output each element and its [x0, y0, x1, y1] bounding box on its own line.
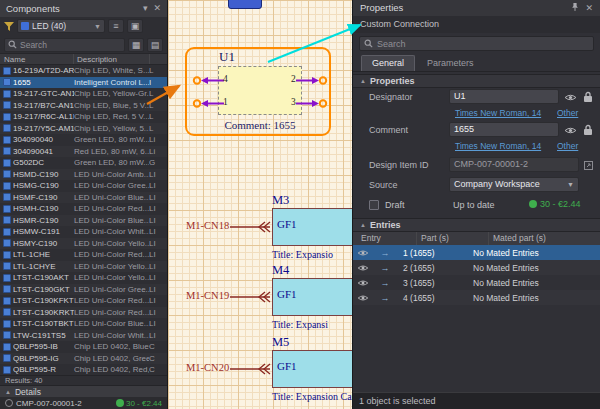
- comment-font-link[interactable]: Times New Roman, 14: [455, 141, 541, 151]
- comment-input[interactable]: 1655: [449, 122, 559, 137]
- component-row[interactable]: HSMH-C190 LED Uni-Color Red... LI: [0, 203, 167, 215]
- component-row[interactable]: HSMW-C191 LED Uni-Color Whit... LI: [0, 226, 167, 238]
- component-row[interactable]: 19-217/R6C-AL1M... Chip LED, Red, 5 V...…: [0, 111, 167, 123]
- component-row[interactable]: QBLP595-IG Chip LED 0402, Gree... C: [0, 353, 167, 365]
- panel-options-button[interactable]: ▣: [127, 19, 143, 33]
- component-row[interactable]: QBLP595-R Chip LED 0402, Red,... C: [0, 364, 167, 375]
- column-header-entry[interactable]: Entry: [353, 232, 417, 245]
- eye-icon[interactable]: [353, 249, 373, 257]
- panel-menu-button[interactable]: ≡: [108, 19, 124, 33]
- source-field-label: Source: [369, 180, 398, 190]
- lock-icon[interactable]: [581, 123, 595, 137]
- draft-checkbox[interactable]: [369, 200, 379, 210]
- components-search-input[interactable]: Search: [4, 38, 125, 52]
- goto-arrow-icon[interactable]: →: [373, 248, 397, 258]
- entry-row[interactable]: → 4 (1655) No Mated Entries: [353, 290, 600, 305]
- component-row[interactable]: 16-219A/T2D-AR2... Chip LED, White, S...…: [0, 65, 167, 77]
- component-row[interactable]: LTL-1CHE LED Uni-Color Red... LI: [0, 249, 167, 261]
- chevron-down-icon: ▼: [94, 23, 101, 30]
- goto-arrow-icon[interactable]: →: [373, 263, 397, 273]
- source-dropdown[interactable]: Company Workspace ▼: [449, 177, 579, 192]
- section-properties[interactable]: ▲ Properties: [353, 74, 600, 88]
- component-row[interactable]: HSMR-C190 LED Uni-Color Blue... LI: [0, 215, 167, 227]
- designator-other-link[interactable]: Other: [557, 108, 578, 118]
- lock-icon[interactable]: [581, 90, 595, 104]
- panel-menu-icon[interactable]: ▾: [143, 0, 148, 17]
- column-header-name[interactable]: Name: [0, 54, 74, 64]
- component-row[interactable]: 19-217/B7C-AN1P... Chip LED, Blue, 5 V..…: [0, 100, 167, 112]
- component-extra: C: [149, 365, 167, 374]
- schematic-canvas[interactable]: U1 4 1 2 3 Comment: 1655 M3 GF1 M: [168, 0, 352, 409]
- goto-arrow-icon[interactable]: →: [373, 278, 397, 288]
- close-icon[interactable]: ✕: [585, 0, 593, 16]
- entry-row[interactable]: → 3 (1655) No Mated Entries: [353, 275, 600, 290]
- component-row[interactable]: LTST-C190KFKT LED Uni-Color Red... LI: [0, 295, 167, 307]
- net-label[interactable]: M1-CN18: [186, 220, 229, 231]
- section-entries[interactable]: ▲ Entries: [353, 218, 600, 232]
- component-row[interactable]: 1655 Intelligent Control L... I: [0, 77, 167, 89]
- designator-font-link[interactable]: Times New Roman, 14: [455, 108, 541, 118]
- component-row[interactable]: 304090040 Green LED, 80 mW... Li: [0, 134, 167, 146]
- component-row[interactable]: LTST-C190AKT LED Uni-Color Yello... LI: [0, 272, 167, 284]
- component-row[interactable]: LTST-C190KRKT LED Uni-Color Red... LI: [0, 307, 167, 319]
- module-ref-label[interactable]: M4: [272, 263, 289, 278]
- goto-arrow-icon[interactable]: →: [373, 293, 397, 303]
- component-row[interactable]: QBLP595-IB Chip LED 0402, Blue... C: [0, 341, 167, 353]
- category-dropdown[interactable]: LED (40) ▼: [17, 19, 105, 33]
- pin-number[interactable]: 4: [223, 74, 228, 84]
- component-row[interactable]: LTW-C191TS5 LED Uni-Color Whit... LI: [0, 330, 167, 342]
- details-label: Details: [15, 387, 41, 397]
- eye-icon[interactable]: [563, 90, 577, 104]
- component-extra: L: [149, 124, 167, 133]
- component-row[interactable]: HSMF-C190 LED Uni-Color Blue... LI: [0, 192, 167, 204]
- properties-search-input[interactable]: Search: [359, 36, 594, 51]
- column-header-description[interactable]: Description: [74, 54, 150, 64]
- pin-number[interactable]: 2: [291, 74, 296, 84]
- comment-label[interactable]: Comment: 1655: [218, 119, 302, 131]
- component-row[interactable]: LTST-C190GKT LED Uni-Color Gree... LI: [0, 284, 167, 296]
- component-row[interactable]: G502DC Green LED, 80 mW... G: [0, 157, 167, 169]
- list-view-button[interactable]: ▤: [147, 38, 163, 52]
- component-symbol-icon: [3, 354, 11, 362]
- component-row[interactable]: 304090041 Red LED, 80 mW, 6... Li: [0, 146, 167, 158]
- entry-row[interactable]: → 1 (1655) No Mated Entries: [353, 245, 600, 260]
- component-symbol-icon: [3, 67, 11, 75]
- entry-row[interactable]: → 2 (1655) No Mated Entries: [353, 260, 600, 275]
- net-label[interactable]: M1-CN20: [186, 362, 229, 373]
- net-label[interactable]: M1-CN19: [186, 290, 229, 301]
- eye-icon[interactable]: [563, 123, 577, 137]
- component-row[interactable]: LTL-1CHYE LED Uni-Color Yello... LI: [0, 261, 167, 273]
- eye-icon[interactable]: [353, 264, 373, 272]
- column-header-parts[interactable]: Part (s): [417, 232, 489, 245]
- pin-number[interactable]: 3: [291, 97, 296, 107]
- component-symbol-icon: [3, 331, 11, 339]
- eye-icon[interactable]: [353, 294, 373, 302]
- module-ref-label[interactable]: M3: [272, 193, 289, 208]
- pin-number[interactable]: 1: [223, 97, 228, 107]
- sheet-symbol[interactable]: GF1: [272, 278, 352, 316]
- details-bar[interactable]: ▲ Details: [0, 385, 167, 397]
- component-row[interactable]: 19-217/Y5C-AM1N... Chip LED, Yellow, 5..…: [0, 123, 167, 135]
- designator-input[interactable]: U1: [449, 89, 559, 104]
- external-link-icon[interactable]: [581, 158, 595, 172]
- filter-funnel-icon[interactable]: [4, 22, 14, 31]
- pin-icon[interactable]: [571, 0, 579, 16]
- component-row[interactable]: LTST-C190TBKT LED Uni-Color Blue... LI: [0, 318, 167, 330]
- column-header-mated-parts[interactable]: Mated part (s): [489, 232, 600, 245]
- sheet-symbol[interactable]: GF1: [272, 350, 352, 388]
- close-icon[interactable]: ✕: [153, 0, 161, 17]
- entry-part: 4 (1655): [397, 293, 469, 303]
- component-row[interactable]: 19-217-GTC-AN1P... Chip LED, Yellow-Gr..…: [0, 88, 167, 100]
- component-row[interactable]: HSMY-C190 LED Uni-Color Yello... LI: [0, 238, 167, 250]
- eye-icon[interactable]: [353, 279, 373, 287]
- grid-view-button[interactable]: ▦: [128, 38, 144, 52]
- module-ref-label[interactable]: M5: [272, 335, 289, 350]
- comment-other-link[interactable]: Other: [557, 141, 578, 151]
- sheet-symbol[interactable]: GF1: [272, 208, 352, 246]
- tab-parameters[interactable]: Parameters: [417, 56, 484, 71]
- column-header-extra[interactable]: [150, 54, 167, 64]
- component-name: QBLP595-IG: [13, 354, 74, 363]
- tab-general[interactable]: General: [361, 55, 415, 71]
- component-row[interactable]: HSMD-C190 LED Uni-Color Amb... LI: [0, 169, 167, 181]
- component-row[interactable]: HSMG-C190 LED Uni-Color Gree... LI: [0, 180, 167, 192]
